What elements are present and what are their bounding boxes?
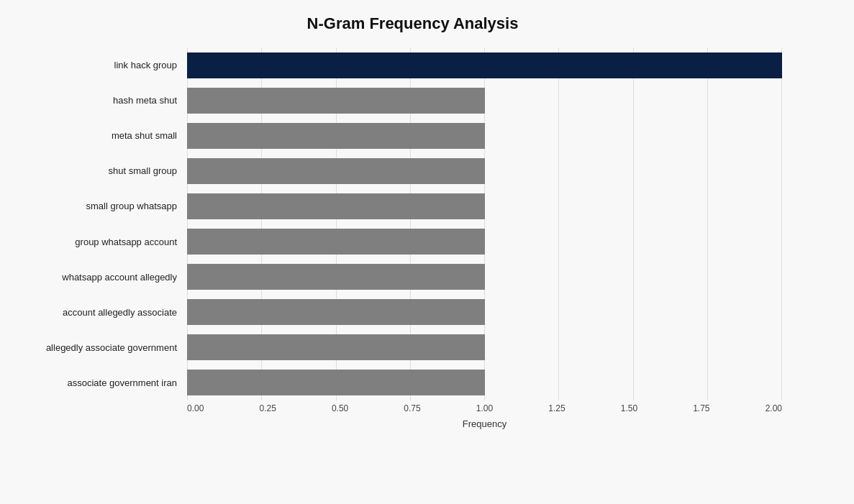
bar-label: small group whatsapp xyxy=(14,193,184,219)
bar-label: link hack group xyxy=(14,52,184,78)
x-axis-label: Frequency xyxy=(187,418,782,429)
bar-label: whatsapp account allegedly xyxy=(14,264,184,290)
bar-label: allegedly associate government xyxy=(14,334,184,360)
bar-row xyxy=(187,370,485,395)
x-axis: 0.000.250.500.751.001.251.501.752.00 Fre… xyxy=(187,400,782,429)
labels-container: link hack grouphash meta shutmeta shut s… xyxy=(14,47,184,400)
chart-container: N-Gram Frequency Analysis 0.000 xyxy=(0,0,854,504)
bar-label: group whatsapp account xyxy=(14,229,184,255)
chart-title: N-Gram Frequency Analysis xyxy=(14,14,811,33)
bar-row xyxy=(187,299,485,325)
bar-row xyxy=(187,88,485,114)
bar-row xyxy=(187,334,485,360)
x-tick-3: 0.75 xyxy=(404,403,420,413)
x-ticks: 0.000.250.500.751.001.251.501.752.00 xyxy=(187,403,782,413)
bar-row xyxy=(187,52,782,78)
bar-row xyxy=(187,158,485,184)
bar-label: associate government iran xyxy=(14,370,184,395)
bar-row xyxy=(187,193,485,219)
bar-label: shut small group xyxy=(14,158,184,184)
x-tick-0: 0.00 xyxy=(187,403,204,413)
x-tick-7: 1.75 xyxy=(693,403,709,413)
x-tick-6: 1.50 xyxy=(621,403,637,413)
bars-container xyxy=(187,47,782,400)
bar-row xyxy=(187,264,485,290)
x-tick-5: 1.25 xyxy=(548,403,565,413)
bar-label: account allegedly associate xyxy=(14,299,184,325)
bar-row xyxy=(187,123,485,149)
chart-area: 0.000.250.500.751.001.251.501.752.00 Fre… xyxy=(14,47,811,429)
x-tick-1: 0.25 xyxy=(259,403,276,413)
bar-label: meta shut small xyxy=(14,123,184,149)
bar-label: hash meta shut xyxy=(14,88,184,114)
x-tick-4: 1.00 xyxy=(476,403,493,413)
x-tick-2: 0.50 xyxy=(332,403,348,413)
bar-row xyxy=(187,229,485,255)
x-tick-8: 2.00 xyxy=(766,403,782,413)
